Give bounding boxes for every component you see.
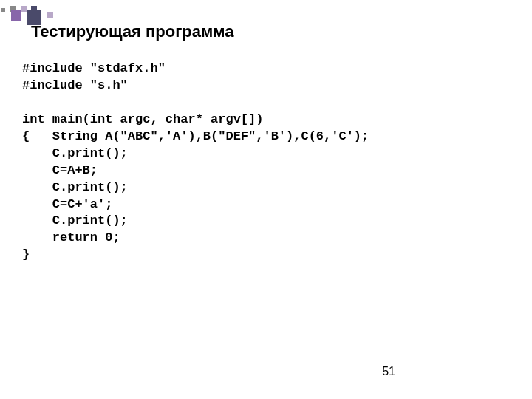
page-number: 51	[382, 365, 395, 378]
code-listing: #include "stdafx.h" #include "s.h" int m…	[22, 61, 369, 264]
decor-square	[47, 12, 53, 18]
decor-square	[11, 10, 21, 21]
slide-title: Тестирующая программа	[31, 22, 234, 41]
decor-square	[1, 8, 5, 12]
